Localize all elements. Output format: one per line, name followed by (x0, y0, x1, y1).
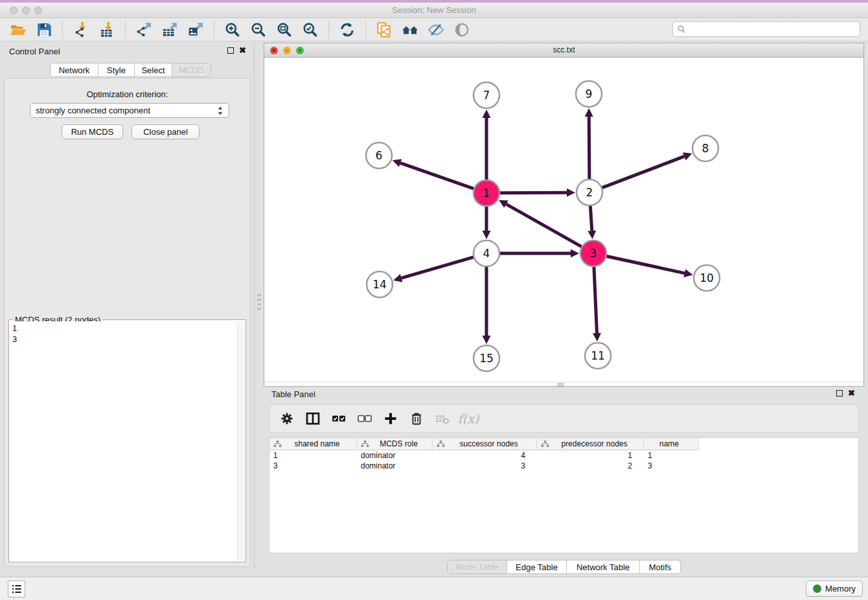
network-hscrollbar[interactable] (264, 382, 863, 386)
run-mcds-button[interactable]: Run MCDS (62, 124, 123, 139)
cell-predecessor-nodes[interactable]: 1 (537, 450, 644, 461)
export-image-button[interactable] (183, 20, 209, 40)
graph-node-label-1: 1 (483, 187, 490, 200)
arrowhead-3-10 (683, 269, 692, 277)
column-header-name[interactable]: name (644, 438, 699, 450)
tab-network-table[interactable]: Network Table (567, 560, 640, 573)
first-neighbors-home-button[interactable] (397, 20, 423, 40)
column-label: name (644, 439, 698, 448)
select-all-checkboxes-button[interactable] (329, 409, 348, 428)
edge-2-9[interactable] (589, 117, 589, 179)
tab-edge-table[interactable]: Edge Table (507, 560, 567, 573)
close-panel-icon[interactable]: ✖ (239, 47, 246, 54)
edge-1-2[interactable] (500, 192, 567, 193)
network-window-titlebar[interactable]: ✕ − + scc.txt (264, 43, 863, 58)
arrowhead-1-6 (393, 159, 402, 167)
table-tabs: Node TableEdge TableNetwork TableMotifs (447, 560, 681, 574)
edge-2-8[interactable] (602, 156, 685, 187)
arrowhead-2-9 (585, 108, 593, 117)
column-header-predecessor-nodes[interactable]: predecessor nodes (537, 438, 644, 450)
zoom-in-button[interactable] (220, 20, 246, 40)
column-header-successor-nodes[interactable]: successor nodes (433, 438, 537, 450)
criterion-dropdown[interactable]: strongly connected component (30, 103, 229, 118)
fx-icon: f(x) (458, 411, 479, 426)
toolbar-separator (214, 21, 214, 38)
float-panel-icon[interactable] (227, 47, 234, 54)
network-window-title: scc.txt (264, 45, 863, 54)
cell-successor-nodes[interactable]: 3 (433, 461, 537, 471)
arrowhead-1-2 (567, 189, 575, 197)
table-row-1[interactable]: 1dominator411 (269, 450, 858, 461)
edge-3-10[interactable] (607, 256, 685, 273)
apply-layout-refresh-button[interactable] (334, 20, 360, 40)
add-plus-button[interactable] (381, 409, 400, 428)
mcds-result-text[interactable]: 1 3 (10, 321, 237, 561)
hide-selection-eye-slash-button[interactable] (423, 20, 449, 40)
cell-shared-name[interactable]: 1 (269, 450, 357, 461)
network-canvas[interactable]: 7968124314101511 (264, 58, 863, 382)
cell-MCDS-role[interactable]: dominator (357, 450, 433, 461)
edge-3-1[interactable] (506, 204, 581, 247)
edge-2-3[interactable] (590, 206, 591, 231)
export-network-button[interactable] (131, 20, 157, 40)
splitter-handle-icon (257, 294, 261, 311)
edge-4-14[interactable] (402, 257, 474, 278)
graph-node-label-11: 11 (591, 349, 605, 362)
add-plus-icon (383, 411, 398, 426)
show-graphics-eye-icon (453, 21, 470, 38)
search-icon (677, 25, 686, 34)
cell-shared-name[interactable]: 3 (269, 461, 357, 471)
float-table-panel-icon[interactable] (836, 390, 843, 397)
export-image-icon (187, 21, 204, 38)
import-table-button[interactable] (94, 20, 120, 40)
search-input[interactable] (689, 25, 856, 34)
graph-node-label-3: 3 (590, 247, 597, 260)
network-hscroll-handle[interactable] (558, 383, 564, 386)
show-graphics-eye-button[interactable] (449, 20, 475, 40)
show-columns-button[interactable] (303, 409, 323, 428)
tab-mcds[interactable]: MCDS (172, 63, 211, 76)
zoom-out-button[interactable] (246, 20, 271, 40)
cell-successor-nodes[interactable]: 4 (433, 450, 537, 461)
column-header-MCDS-role[interactable]: MCDS role (357, 438, 433, 450)
zoom-selected-button[interactable] (297, 20, 323, 40)
cell-MCDS-role[interactable]: dominator (357, 461, 433, 471)
table-settings-gear-button[interactable] (277, 409, 297, 428)
status-bar: Memory (0, 577, 868, 600)
graph-node-label-9: 9 (586, 87, 593, 100)
cell-name[interactable]: 1 (644, 450, 699, 461)
zoom-fit-button[interactable] (271, 20, 297, 40)
edge-3-11[interactable] (594, 267, 597, 333)
optimization-criterion-label: Optimization criterion: (5, 89, 250, 99)
tab-node-table[interactable]: Node Table (448, 560, 507, 573)
arrowhead-3-11 (593, 333, 601, 341)
column-label: shared name (282, 439, 356, 448)
show-columns-icon (305, 411, 321, 426)
cell-name[interactable]: 3 (644, 461, 699, 471)
close-table-panel-icon[interactable]: ✖ (848, 390, 855, 397)
deselect-all-checkboxes-button[interactable] (355, 409, 374, 428)
export-table-button[interactable] (157, 20, 183, 40)
table-row-2[interactable]: 3dominator323 (269, 461, 858, 471)
tab-style[interactable]: Style (98, 63, 135, 76)
cell-predecessor-nodes[interactable]: 2 (537, 461, 644, 471)
tab-motifs[interactable]: Motifs (640, 560, 680, 573)
task-history-button[interactable] (8, 581, 25, 597)
graph-node-label-15: 15 (479, 352, 494, 365)
edge-1-6[interactable] (400, 163, 474, 189)
memory-button[interactable]: Memory (806, 581, 863, 597)
delete-trash-button[interactable] (407, 409, 426, 428)
close-panel-button[interactable]: Close panel (131, 124, 200, 139)
import-network-button[interactable] (68, 20, 94, 40)
panel-splitter[interactable] (255, 43, 264, 570)
mcds-result-scrollbar[interactable] (237, 321, 245, 561)
column-header-shared-name[interactable]: shared name (269, 438, 357, 450)
save-session-button[interactable] (31, 20, 57, 40)
search-box[interactable] (672, 21, 860, 37)
table-header-row: shared nameMCDS rolesuccessor nodesprede… (269, 438, 858, 450)
tab-select[interactable]: Select (135, 63, 172, 76)
copy-network-button[interactable] (371, 20, 397, 40)
open-session-button[interactable] (5, 20, 31, 40)
tab-network[interactable]: Network (51, 63, 98, 76)
table-panel: Table Panel ✖ f(x) shared nameMCDS roles… (264, 387, 864, 577)
